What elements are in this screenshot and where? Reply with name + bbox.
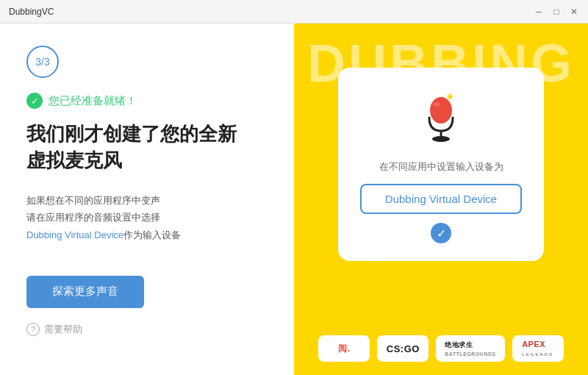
device-name-box: Dubbing Virtual Device xyxy=(360,184,522,214)
card-description: 在不同应用中设置输入设备为 xyxy=(379,160,503,174)
svg-text:★: ★ xyxy=(445,90,455,102)
left-panel: 3/3 ✓ 您已经准备就绪！ 我们刚才创建了您的全新 虚拟麦克风 如果想在不同的… xyxy=(0,24,294,375)
right-panel: DUBBING ★ 在不 xyxy=(294,24,588,375)
game-label-yin: 阅. xyxy=(338,343,350,355)
desc-line1: 如果想在不同的应用程序中变声 xyxy=(26,195,160,206)
success-check-icon: ✓ xyxy=(26,93,43,109)
desc-suffix: 作为输入设备 xyxy=(123,229,181,240)
desc-line2: 请在应用程序的音频设置中选择 xyxy=(26,212,160,223)
main-title-line1: 我们刚才创建了您的全新 xyxy=(26,123,237,145)
minimize-button[interactable]: ─ xyxy=(534,7,544,17)
game-badge-pubg: 绝地求生BATTLEGROUNDS xyxy=(436,335,504,362)
microphone-icon: ★ xyxy=(412,90,470,149)
game-label-pubg: 绝地求生BATTLEGROUNDS xyxy=(445,340,495,357)
main-title-line2: 虚拟麦克风 xyxy=(26,149,122,171)
description-block: 如果想在不同的应用程序中变声 请在应用程序的音频设置中选择 Dubbing Vi… xyxy=(26,192,268,243)
app-title: DubbingVC xyxy=(9,7,54,17)
step-badge: 3/3 xyxy=(26,46,59,78)
window-controls: ─ □ ✕ xyxy=(534,7,579,17)
explore-button[interactable]: 探索更多声音 xyxy=(26,276,144,308)
device-card: ★ 在不同应用中设置输入设备为 Dubbing Virtual Device ✓ xyxy=(338,68,544,261)
svg-point-1 xyxy=(433,102,440,107)
status-text: 您已经准备就绪！ xyxy=(49,94,137,108)
device-link[interactable]: Dubbing Virtual Device xyxy=(26,229,123,240)
games-row: 阅. CS:GO 绝地求生BATTLEGROUNDS APEXLEGENDS xyxy=(294,335,588,362)
svg-point-4 xyxy=(432,136,450,142)
game-badge-apex: APEXLEGENDS xyxy=(512,335,564,362)
game-badge-yin: 阅. xyxy=(318,335,370,362)
main-content: 3/3 ✓ 您已经准备就绪！ 我们刚才创建了您的全新 虚拟麦克风 如果想在不同的… xyxy=(0,24,588,375)
close-button[interactable]: ✕ xyxy=(569,7,579,17)
help-row: ? 需要帮助 xyxy=(26,323,268,336)
main-title: 我们刚才创建了您的全新 虚拟麦克风 xyxy=(26,121,268,174)
game-label-apex: APEXLEGENDS xyxy=(522,340,553,357)
titlebar: DubbingVC ─ □ ✕ xyxy=(0,0,588,24)
status-row: ✓ 您已经准备就绪！ xyxy=(26,93,268,109)
help-text: 需要帮助 xyxy=(44,323,82,336)
maximize-button[interactable]: □ xyxy=(551,7,562,17)
help-icon: ? xyxy=(26,323,40,336)
device-check-icon: ✓ xyxy=(431,223,451,243)
game-label-csgo: CS:GO xyxy=(387,343,420,354)
game-badge-csgo: CS:GO xyxy=(377,335,429,362)
